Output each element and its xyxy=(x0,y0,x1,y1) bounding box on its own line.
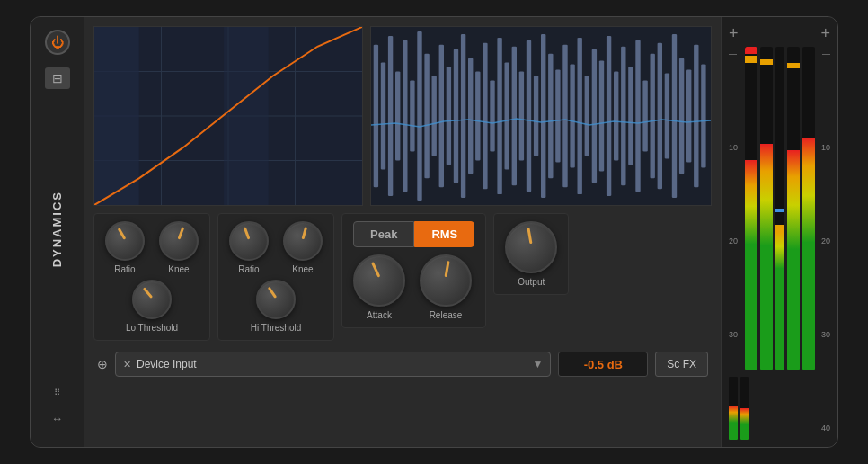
hi-ratio-label: Ratio xyxy=(238,264,259,274)
meter-bar-1 xyxy=(745,47,757,370)
device-input-select[interactable]: ✕ Device Input ▼ xyxy=(115,352,551,377)
svg-rect-49 xyxy=(672,34,677,198)
plus-left-icon[interactable]: + xyxy=(729,24,739,43)
bottom-bar: ⊕ ✕ Device Input ▼ -0.5 dB Sc FX xyxy=(93,348,712,380)
svg-rect-19 xyxy=(454,49,458,183)
scale-label-top-left: — xyxy=(729,50,743,58)
attack-group: Attack xyxy=(353,254,405,320)
svg-rect-50 xyxy=(679,58,684,174)
lo-knee-label: Knee xyxy=(168,264,189,274)
output-label: Output xyxy=(518,277,545,287)
attack-label: Attack xyxy=(367,310,392,320)
hi-ratio-group: Ratio xyxy=(229,221,269,274)
plus-right-icon[interactable]: + xyxy=(820,24,830,43)
svg-rect-17 xyxy=(439,45,444,187)
svg-rect-43 xyxy=(628,67,633,165)
hi-comp-section: Ratio Knee Hi Threshold xyxy=(217,213,334,341)
top-displays xyxy=(93,26,712,206)
svg-rect-37 xyxy=(585,76,589,156)
route-icon[interactable]: ⊕ xyxy=(97,357,108,371)
chain-icon[interactable]: ↔ xyxy=(51,412,63,425)
device-input-clear[interactable]: ✕ xyxy=(123,359,131,370)
svg-rect-44 xyxy=(635,40,640,192)
lo-ratio-knob[interactable] xyxy=(105,221,145,261)
svg-rect-8 xyxy=(374,45,378,187)
svg-rect-31 xyxy=(541,34,545,198)
ar-row: Attack Release xyxy=(353,254,474,320)
device-input-arrow: ▼ xyxy=(532,358,543,370)
rms-button[interactable]: RMS xyxy=(414,221,474,247)
power-button[interactable]: ⏻ xyxy=(45,30,70,55)
svg-rect-18 xyxy=(447,67,451,165)
svg-rect-52 xyxy=(694,45,698,187)
svg-rect-16 xyxy=(432,76,437,156)
release-knob[interactable] xyxy=(420,254,472,307)
hi-threshold-knob[interactable] xyxy=(256,280,296,319)
sidebar-bottom: ⠿ ↔ xyxy=(51,388,63,434)
scale-label-10-right: 10 xyxy=(817,144,831,152)
svg-rect-12 xyxy=(403,40,407,192)
sc-fx-button[interactable]: Sc FX xyxy=(655,352,708,377)
svg-rect-9 xyxy=(381,63,385,170)
scale-label-20-left: 20 xyxy=(729,237,743,245)
svg-rect-35 xyxy=(570,65,574,168)
mini-meter-1 xyxy=(729,377,738,440)
svg-rect-33 xyxy=(555,70,560,163)
svg-rect-7 xyxy=(224,27,269,205)
svg-rect-36 xyxy=(578,38,582,194)
meter-bar-3 xyxy=(775,47,784,370)
scale-label-30-right: 30 xyxy=(817,331,831,339)
output-knob[interactable] xyxy=(505,221,557,273)
svg-rect-13 xyxy=(410,80,414,151)
scale-label-30-left: 30 xyxy=(729,331,743,339)
svg-rect-30 xyxy=(534,76,538,156)
svg-rect-24 xyxy=(490,80,494,151)
plugin-title: DYNAMICS xyxy=(50,191,64,267)
lo-knee-knob[interactable] xyxy=(159,221,199,261)
svg-rect-6 xyxy=(94,27,139,205)
lo-threshold-label: Lo Threshold xyxy=(126,323,178,333)
lo-threshold-knob[interactable] xyxy=(132,280,172,319)
hi-knee-knob[interactable] xyxy=(283,221,323,261)
svg-rect-34 xyxy=(562,45,567,187)
hi-comp-knob-row: Ratio Knee xyxy=(229,221,323,274)
svg-rect-11 xyxy=(395,72,400,161)
svg-rect-27 xyxy=(512,47,517,185)
svg-rect-48 xyxy=(665,73,669,158)
svg-rect-10 xyxy=(388,36,393,196)
lo-comp-section: Ratio Knee Lo Threshold xyxy=(93,213,210,341)
gain-value: -0.5 dB xyxy=(584,358,623,371)
mini-meter-2 xyxy=(740,377,749,440)
svg-rect-25 xyxy=(497,38,501,194)
svg-rect-22 xyxy=(475,72,480,161)
scale-label-40-right: 40 xyxy=(817,424,831,433)
hi-ratio-knob[interactable] xyxy=(229,221,269,261)
svg-rect-15 xyxy=(424,54,429,179)
svg-rect-26 xyxy=(505,63,509,170)
lo-comp-knob-row: Ratio Knee xyxy=(105,221,199,274)
attack-knob[interactable] xyxy=(353,254,405,307)
svg-rect-51 xyxy=(686,70,691,163)
lo-ratio-label: Ratio xyxy=(114,264,135,274)
release-group: Release xyxy=(420,254,472,320)
svg-rect-45 xyxy=(642,80,647,151)
plugin-container: ⏻ ⊟ DYNAMICS ⠿ ↔ xyxy=(30,16,838,448)
scale-label-10-left: 10 xyxy=(729,144,743,152)
svg-rect-39 xyxy=(599,61,604,172)
meter-bar-5 xyxy=(802,47,815,370)
waveform-display xyxy=(370,26,712,206)
left-sidebar: ⏻ ⊟ DYNAMICS ⠿ ↔ xyxy=(31,17,84,447)
controls-area: Ratio Knee Lo Threshold Rat xyxy=(93,213,712,341)
folder-button[interactable]: ⊟ xyxy=(45,67,70,89)
svg-rect-47 xyxy=(658,43,662,189)
hi-threshold-label: Hi Threshold xyxy=(251,323,302,333)
scale-label-top-right: — xyxy=(817,50,831,58)
svg-rect-29 xyxy=(527,40,531,192)
svg-rect-23 xyxy=(483,43,487,189)
peak-button[interactable]: Peak xyxy=(353,221,414,247)
meter-section: + + — 10 20 30 40 xyxy=(721,17,837,447)
dots-menu-icon[interactable]: ⠿ xyxy=(54,388,61,397)
transfer-display xyxy=(93,26,363,206)
lo-ratio-group: Ratio xyxy=(105,221,145,274)
release-label: Release xyxy=(430,310,463,320)
